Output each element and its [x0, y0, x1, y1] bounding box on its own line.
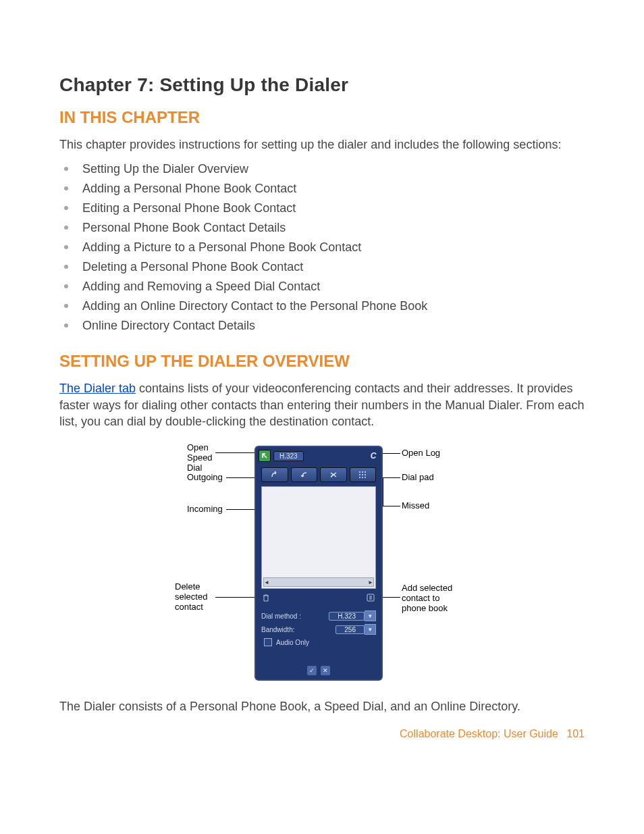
toc-item: Adding and Removing a Speed Dial Contact	[59, 280, 585, 294]
callout-incoming: Incoming	[187, 504, 223, 515]
toc-label: Adding an Online Directory Contact to th…	[82, 299, 427, 313]
device-button-row	[261, 467, 376, 482]
section-heading-overview: SETTING UP THE DIALER OVERVIEW	[59, 352, 585, 371]
bullet-icon	[64, 167, 68, 171]
callout-open-log: Open Log	[402, 448, 440, 459]
svg-point-8	[365, 477, 366, 478]
dial-method-dropdown-icon[interactable]: ▾	[365, 610, 376, 621]
toc-item: Adding an Online Directory Contact to th…	[59, 299, 585, 313]
device-confirm-row: ✓ ✕	[256, 666, 381, 677]
ok-icon[interactable]: ✓	[307, 666, 317, 675]
dialer-tab-link[interactable]: The Dialer tab	[59, 382, 136, 395]
toc-label: Deleting a Personal Phone Book Contact	[82, 260, 303, 273]
trash-icon[interactable]	[261, 593, 271, 605]
toc-label: Personal Phone Book Contact Details	[82, 221, 286, 234]
open-log-icon[interactable]: C	[368, 450, 379, 461]
bullet-icon	[64, 323, 68, 328]
dialer-figure: Open Speed Dial Outgoing Incoming Delete…	[187, 440, 457, 683]
audio-only-row: Audio Only	[261, 636, 376, 648]
callout-line	[383, 477, 383, 506]
scroll-right-icon[interactable]: ►	[368, 579, 373, 585]
svg-point-7	[362, 477, 363, 478]
chapter-title: Chapter 7: Setting Up the Dialer	[59, 74, 585, 96]
dial-method-label: Dial method :	[261, 613, 301, 620]
overview-paragraph: The Dialer tab contains lists of your vi…	[59, 380, 585, 429]
page-footer: Collaborate Desktop: User Guide 101	[59, 728, 585, 740]
callout-line	[226, 509, 259, 510]
bullet-icon	[64, 226, 68, 230]
dial-method-row: Dial method : H.323 ▾	[261, 609, 376, 623]
bullet-icon	[64, 304, 68, 308]
svg-point-6	[359, 477, 360, 478]
callout-outgoing: Outgoing	[187, 473, 223, 483]
section-heading-in-this-chapter: IN THIS CHAPTER	[59, 108, 585, 127]
svg-point-5	[365, 474, 366, 475]
dialer-device: H.323 C	[254, 446, 383, 681]
callout-dial-pad: Dial pad	[402, 473, 434, 483]
callout-add-contact: Add selected contact to phone book	[402, 583, 462, 614]
protocol-tab[interactable]: H.323	[273, 451, 304, 461]
svg-point-0	[359, 471, 360, 473]
bullet-icon	[64, 245, 68, 249]
svg-point-4	[362, 474, 363, 475]
toc-item: Deleting a Personal Phone Book Contact	[59, 260, 585, 274]
toc-item: Adding a Personal Phone Book Contact	[59, 182, 585, 196]
toc-label: Setting Up the Dialer Overview	[82, 162, 248, 176]
svg-point-1	[362, 471, 363, 473]
incoming-icon[interactable]	[291, 467, 318, 482]
bullet-icon	[64, 206, 68, 210]
cancel-icon[interactable]: ✕	[321, 666, 330, 675]
dial-method-value: H.323	[329, 612, 365, 621]
toc-item: Editing a Personal Phone Book Contact	[59, 201, 585, 215]
footer-page-number: 101	[566, 728, 585, 739]
bandwidth-dropdown-icon[interactable]: ▾	[365, 624, 376, 635]
toc-label: Adding and Removing a Speed Dial Contact	[82, 280, 320, 293]
device-settings: Dial method : H.323 ▾ Bandwidth: 256 ▾	[261, 609, 376, 648]
device-action-row	[261, 593, 376, 605]
audio-only-label: Audio Only	[276, 639, 309, 646]
figure-container: Open Speed Dial Outgoing Incoming Delete…	[59, 440, 585, 683]
callout-line	[215, 452, 256, 453]
bullet-icon	[64, 186, 68, 190]
add-to-phonebook-icon[interactable]	[365, 593, 376, 605]
toc-label: Adding a Picture to a Personal Phone Boo…	[82, 240, 361, 254]
scroll-left-icon[interactable]: ◄	[264, 579, 269, 585]
bandwidth-value: 256	[336, 625, 365, 634]
speed-dial-icon[interactable]	[259, 450, 271, 462]
horizontal-scrollbar[interactable]: ◄ ►	[263, 577, 374, 587]
audio-only-checkbox[interactable]	[264, 638, 272, 646]
toc-label: Adding a Personal Phone Book Contact	[82, 182, 296, 195]
toc-label: Online Directory Contact Details	[82, 319, 255, 332]
outgoing-icon[interactable]	[261, 467, 288, 482]
dialer-components-paragraph: The Dialer consists of a Personal Phone …	[59, 698, 585, 714]
bullet-icon	[64, 265, 68, 269]
callout-open-speed-dial: Open Speed Dial	[187, 443, 227, 473]
bandwidth-row: Bandwidth: 256 ▾	[261, 623, 376, 636]
svg-point-2	[365, 471, 366, 473]
device-topbar: H.323 C	[259, 450, 379, 462]
bandwidth-label: Bandwidth:	[261, 626, 294, 633]
document-page: Chapter 7: Setting Up the Dialer IN THIS…	[0, 0, 644, 767]
toc-item: Online Directory Contact Details	[59, 319, 585, 333]
toc-item: Setting Up the Dialer Overview	[59, 162, 585, 176]
contact-list[interactable]: ◄ ►	[261, 486, 376, 589]
chapter-toc: Setting Up the Dialer Overview Adding a …	[59, 162, 585, 333]
footer-title: Collaborate Desktop: User Guide	[400, 728, 558, 739]
toc-item: Adding a Picture to a Personal Phone Boo…	[59, 240, 585, 255]
callout-missed: Missed	[402, 501, 429, 511]
dial-pad-icon[interactable]	[350, 467, 377, 482]
svg-point-3	[359, 474, 360, 475]
toc-label: Editing a Personal Phone Book Contact	[82, 201, 296, 215]
bullet-icon	[64, 284, 68, 288]
toc-item: Personal Phone Book Contact Details	[59, 221, 585, 235]
overview-text: contains lists of your videoconferencing…	[59, 382, 584, 428]
callout-line	[383, 506, 400, 506]
missed-icon[interactable]	[320, 467, 347, 482]
intro-paragraph: This chapter provides instructions for s…	[59, 136, 585, 153]
